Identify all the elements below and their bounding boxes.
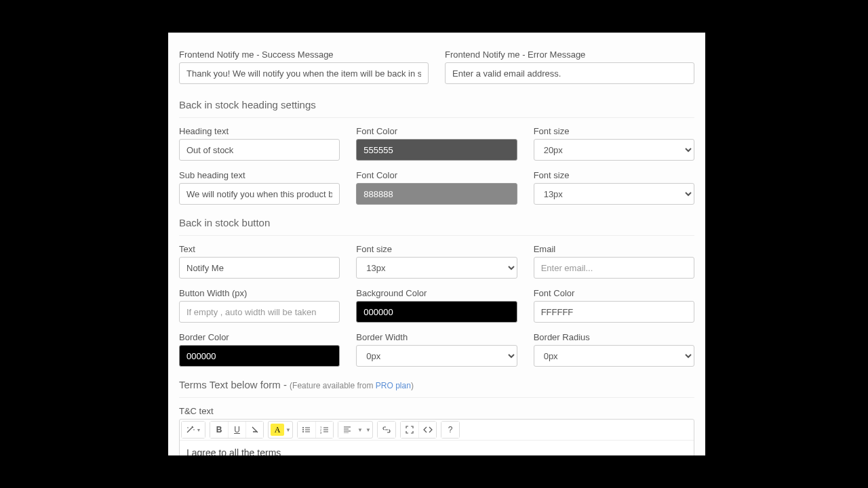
chevron-down-icon[interactable]: ▼ (284, 422, 292, 438)
heading-text-label: Heading text (179, 126, 340, 136)
pro-plan-link[interactable]: PRO plan (376, 381, 411, 390)
heading-fontsize-label: Font size (534, 126, 694, 136)
heading-row-2: Sub heading text Font Color Font size 13… (179, 165, 694, 205)
button-borderwidth-label: Border Width (356, 332, 517, 342)
terms-note-suffix: ) (411, 381, 414, 390)
button-fontsize-select[interactable]: 13px (356, 257, 517, 279)
tc-text-label: T&C text (179, 406, 694, 416)
terms-section-title: Terms Text below form - (Feature availab… (179, 379, 694, 398)
svg-point-0 (187, 427, 189, 428)
button-text-input[interactable] (179, 257, 340, 279)
button-borderradius-select[interactable]: 0px (534, 345, 694, 367)
button-email-label: Email (534, 244, 694, 254)
button-row-1: Text Font size 13px Email (179, 239, 694, 279)
success-msg-input[interactable] (179, 62, 429, 84)
bold-icon[interactable]: B (210, 422, 228, 438)
underline-icon[interactable]: U (228, 422, 245, 438)
svg-point-4 (302, 431, 304, 432)
terms-note-prefix: (Feature available from (290, 381, 376, 390)
font-color-icon[interactable]: A (271, 424, 284, 436)
svg-point-2 (302, 427, 304, 428)
button-borderradius-label: Border Radius (534, 332, 694, 342)
button-section-title: Back in stock button (179, 217, 694, 236)
heading-text-input[interactable] (179, 139, 340, 161)
ul-icon[interactable] (298, 422, 315, 438)
fullscreen-icon[interactable] (401, 422, 418, 438)
heading-fontsize-select[interactable]: 20px (534, 139, 694, 161)
button-bgcolor-input[interactable] (356, 301, 517, 323)
subheading-text-label: Sub heading text (179, 170, 340, 180)
svg-text:3: 3 (320, 431, 322, 434)
button-bgcolor-label: Background Color (356, 288, 517, 298)
subheading-fontcolor-label: Font Color (356, 170, 517, 180)
button-width-label: Button Width (px) (179, 288, 340, 298)
notify-row: Frontend Notify me - Success Message Fro… (179, 44, 694, 84)
button-borderwidth-select[interactable]: 0px (356, 345, 517, 367)
button-bordercolor-label: Border Color (179, 332, 340, 342)
chevron-down-icon[interactable]: ▼ (364, 422, 372, 438)
code-icon[interactable] (418, 422, 436, 438)
clear-format-icon[interactable] (245, 422, 263, 438)
subheading-fontsize-label: Font size (534, 170, 694, 180)
subheading-fontcolor-input[interactable] (356, 183, 517, 205)
button-email-input[interactable] (534, 257, 694, 279)
button-fontcolor-label: Font Color (534, 288, 694, 298)
help-icon[interactable]: ? (441, 422, 459, 438)
editor-toolbar: ▼ B U A ▼ 123 (180, 420, 694, 441)
button-width-input[interactable] (179, 301, 340, 323)
error-msg-input[interactable] (445, 62, 694, 84)
button-bordercolor-input[interactable] (179, 345, 340, 367)
settings-panel: Frontend Notify me - Success Message Fro… (168, 33, 705, 455)
button-text-label: Text (179, 244, 340, 254)
link-icon[interactable] (378, 422, 395, 438)
align-icon[interactable] (338, 422, 356, 438)
button-fontsize-label: Font size (356, 244, 517, 254)
heading-fontcolor-label: Font Color (356, 126, 517, 136)
heading-fontcolor-input[interactable] (356, 139, 517, 161)
svg-point-1 (193, 429, 195, 430)
ol-icon[interactable]: 123 (315, 422, 333, 438)
editor-body[interactable]: I agree to all the terms (180, 441, 694, 455)
terms-title-text: Terms Text below form - (179, 379, 290, 390)
terms-note: (Feature available from PRO plan) (290, 381, 414, 390)
button-fontcolor-input[interactable] (534, 301, 694, 323)
chevron-down-icon[interactable]: ▼ (356, 422, 364, 438)
tc-editor: ▼ B U A ▼ 123 (179, 419, 694, 455)
error-msg-label: Frontend Notify me - Error Message (445, 49, 694, 60)
button-row-3: Border Color Border Width 0px Border Rad… (179, 327, 694, 367)
success-msg-label: Frontend Notify me - Success Message (179, 49, 429, 60)
subheading-text-input[interactable] (179, 183, 340, 205)
button-row-2: Button Width (px) Background Color Font … (179, 283, 694, 323)
magic-icon[interactable]: ▼ (182, 422, 205, 438)
heading-section-title: Back in stock heading settings (179, 99, 694, 118)
subheading-fontsize-select[interactable]: 13px (534, 183, 694, 205)
svg-point-3 (302, 429, 304, 430)
heading-row-1: Heading text Font Color Font size 20px (179, 121, 694, 161)
